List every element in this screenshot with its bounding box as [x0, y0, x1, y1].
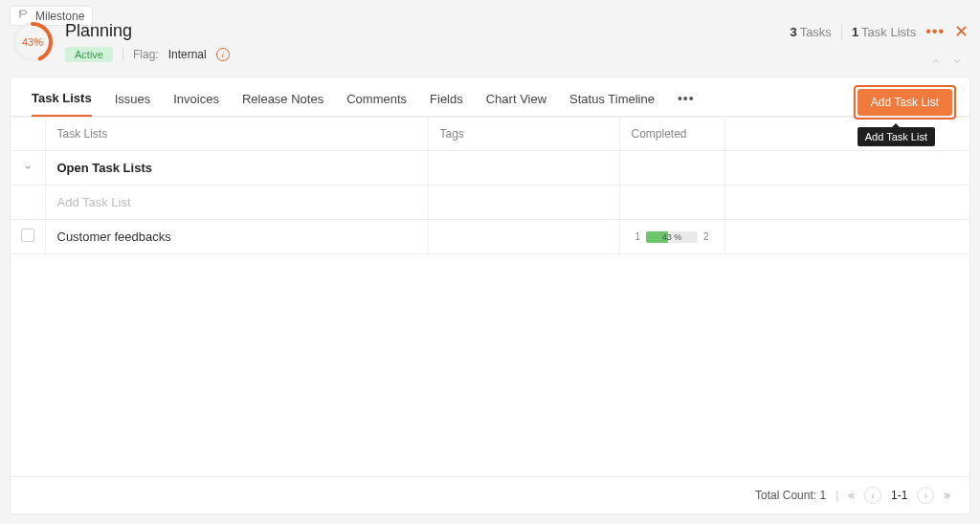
tab-release-notes[interactable]: Release Notes	[242, 92, 323, 116]
page-prev-icon[interactable]: ‹	[864, 487, 881, 504]
close-icon[interactable]: ✕	[954, 21, 969, 42]
status-badge[interactable]: Active	[65, 47, 113, 62]
next-record-icon[interactable]	[951, 55, 963, 70]
tab-issues[interactable]: Issues	[115, 92, 151, 116]
add-tasklist-tooltip: Add Task List	[858, 127, 935, 146]
tabs: Task ListsIssuesInvoicesRelease NotesCom…	[11, 77, 969, 117]
tab-fields[interactable]: Fields	[430, 92, 463, 116]
tasklist-name[interactable]: Customer feedbacks	[45, 220, 428, 254]
col-tasklists[interactable]: Task Lists	[45, 118, 428, 151]
separator	[122, 48, 123, 61]
tasklists-count: 1Task Lists	[852, 25, 916, 39]
completed-cell: 143 %2	[619, 220, 724, 254]
add-tasklist-placeholder[interactable]: Add Task List	[45, 186, 428, 220]
page-last-icon[interactable]: »	[944, 489, 950, 502]
footer: Total Count: 1 | « ‹ 1-1 › »	[11, 476, 969, 513]
add-tasklist-button[interactable]: Add Task List	[858, 89, 952, 116]
add-tasklist-highlight: Add Task List	[854, 85, 956, 120]
total-count: Total Count: 1	[755, 489, 826, 502]
total-count: 2	[703, 231, 709, 242]
tab-task-lists[interactable]: Task Lists	[32, 91, 92, 117]
add-tasklist-row[interactable]: Add Task List	[11, 186, 969, 220]
checkbox[interactable]	[21, 229, 34, 242]
tasks-count: 3Tasks	[790, 25, 831, 39]
more-tabs-icon[interactable]: •••	[678, 91, 695, 116]
col-completed[interactable]: Completed	[619, 118, 724, 151]
tags-cell[interactable]	[428, 220, 619, 254]
header: 43% Planning Active Flag: Internal i 3Ta…	[0, 0, 980, 73]
col-tags[interactable]: Tags	[428, 118, 619, 151]
tab-chart-view[interactable]: Chart View	[486, 92, 546, 116]
tab-invoices[interactable]: Invoices	[173, 92, 219, 116]
tab-status-timeline[interactable]: Status Timeline	[569, 92, 655, 116]
progress-bar: 43 %	[646, 231, 698, 243]
flag-label: Flag:	[133, 48, 159, 61]
more-menu-icon[interactable]: •••	[925, 23, 945, 40]
col-select	[11, 118, 45, 151]
page-first-icon[interactable]: «	[848, 489, 855, 502]
separator: |	[835, 489, 838, 502]
progress-gauge-label: 43%	[22, 36, 43, 48]
page-next-icon[interactable]: ›	[917, 487, 934, 504]
group-row[interactable]: Open Task Lists	[11, 151, 969, 186]
page-title: Planning	[65, 21, 230, 41]
info-icon[interactable]: i	[216, 48, 230, 61]
group-name: Open Task Lists	[57, 161, 152, 175]
done-count: 1	[635, 231, 640, 242]
table-row[interactable]: Customer feedbacks143 %2	[11, 220, 969, 254]
separator	[841, 24, 842, 39]
tasklists-table: Task Lists Tags Completed Open Task List…	[11, 117, 969, 254]
tab-comments[interactable]: Comments	[346, 92, 407, 116]
main-panel: Task ListsIssuesInvoicesRelease NotesCom…	[10, 76, 970, 514]
flag-value: Internal	[168, 48, 207, 61]
page-range: 1-1	[891, 489, 907, 502]
chevron-down-icon[interactable]	[23, 161, 33, 175]
progress-gauge: 43%	[11, 21, 54, 63]
prev-record-icon[interactable]	[930, 55, 942, 70]
